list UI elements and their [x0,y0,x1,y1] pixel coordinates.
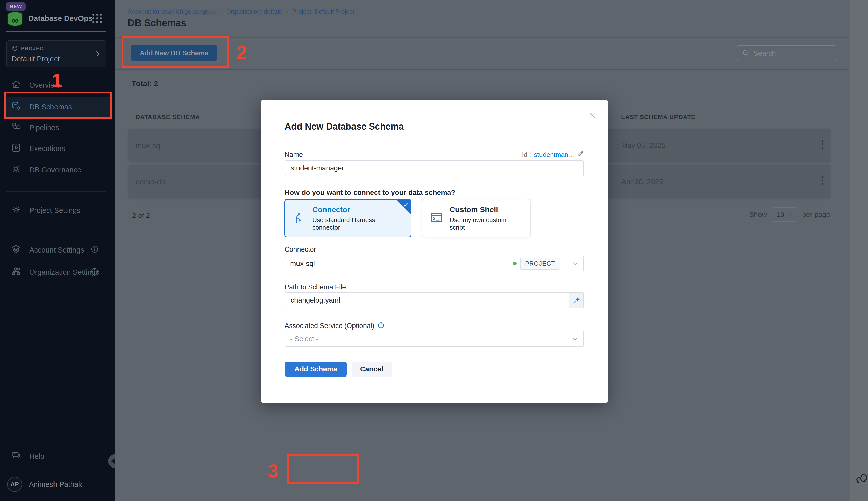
chevron-left-icon [111,459,114,463]
name-label: Name [285,151,303,159]
search-input[interactable] [754,49,824,57]
cancel-button[interactable]: Cancel [352,362,392,377]
info-icon [90,245,99,255]
sidebar-item-label: DB Governance [29,166,81,174]
sidebar-divider [6,438,107,438]
annotation-number-3: 3 [268,460,278,482]
layers-icon [11,244,21,256]
annotation-number-2: 2 [237,42,247,63]
app-root: NEW ∞ Database DevOps PROJECT Default Pr… [0,0,868,501]
pin-icon[interactable] [569,293,583,308]
page-size-control: Show 10 per page [741,207,830,222]
project-selector[interactable]: PROJECT Default Project [6,40,107,67]
chevron-down-icon [572,260,578,267]
avatar: AP [7,477,22,492]
name-input[interactable] [285,160,584,176]
schema-name[interactable]: demo-db [135,178,165,186]
scope-badge: PROJECT [520,258,560,270]
settings-gear-icon [11,204,21,216]
show-label: Show [749,211,767,219]
sidebar-item-organization-settings[interactable]: Organization Settings [0,262,115,282]
sidebar-divider [6,191,107,192]
info-icon [90,267,99,278]
page-title: DB Schemas [128,18,186,29]
toolbar-divider [115,70,848,70]
add-schema-button[interactable]: Add Schema [285,362,347,377]
close-icon[interactable] [588,111,597,121]
sidebar-item-project-settings[interactable]: Project Settings [0,200,115,221]
option-desc: Use my own custom script [450,216,523,231]
new-badge: NEW [6,2,26,11]
pipelines-icon [11,122,21,134]
schema-name[interactable]: mux-sql [135,141,162,150]
org-chart-icon [11,266,21,278]
svg-text:∞: ∞ [12,15,19,26]
connect-question: How do you want to connect to your data … [285,189,455,197]
chevron-down-icon [572,335,578,342]
terminal-icon [430,211,443,225]
page-size-value: 10 [777,211,784,219]
support-chat-icon[interactable] [856,473,868,485]
governance-gear-icon [11,164,21,176]
breadcrumb-project-link[interactable]: Project: Default Project [292,8,354,15]
sidebar-item-label: Executions [29,145,65,153]
service-select[interactable]: - Select - [285,331,584,347]
chevron-down-icon [787,212,792,217]
breadcrumb-account-link[interactable]: Account: kurosakiichigo.songoku [128,8,216,15]
search-icon [742,49,749,57]
sidebar-item-help[interactable]: ? Help [0,446,115,466]
status-dot [513,262,517,265]
sidebar-item-label: Help [29,452,44,461]
user-menu[interactable]: AP Animesh Pathak [0,474,115,494]
service-placeholder: - Select - [290,335,318,343]
annotation-box-step3 [287,454,359,484]
sidebar-item-label: Account Settings [29,246,84,254]
option-title: Custom Shell [450,205,523,214]
path-label: Path to Schema File [285,283,346,291]
page-size-select[interactable]: 10 [772,207,797,222]
path-input[interactable] [285,293,569,308]
row-menu-icon[interactable] [817,140,827,151]
per-page-label: per page [802,211,830,219]
id-value-link[interactable]: studentman... [534,151,574,159]
executions-icon [11,143,21,154]
sidebar-item-pipelines[interactable]: Pipelines [0,117,115,138]
cube-icon [12,45,18,53]
breadcrumb-separator: › [220,8,222,15]
annotation-box-step2 [122,36,229,68]
schema-updated-date: Apr 30, 2025 [621,178,663,186]
id-prefix: Id : [522,151,531,159]
sidebar-item-label: Organization Settings [29,268,99,277]
project-label: PROJECT [21,46,47,52]
option-title: Connector [312,205,403,214]
total-count: Total: 2 [132,79,158,88]
connector-value: mux-sql [290,259,513,268]
connector-select[interactable]: mux-sql PROJECT [285,256,584,271]
breadcrumb: Account: kurosakiichigo.songoku › Organi… [128,8,354,15]
edit-pencil-icon[interactable] [577,150,584,159]
annotation-box-step1 [4,92,112,119]
connector-label: Connector [285,246,316,254]
search-box[interactable] [737,45,836,61]
option-desc: Use standard Harness connector [312,216,403,231]
sidebar-item-executions[interactable]: Executions [0,138,115,159]
breadcrumb-separator: › [286,8,288,15]
modal-title: Add New Database Schema [285,121,404,132]
breadcrumb-org-link[interactable]: Organization: default [226,8,282,15]
home-icon [11,79,21,91]
column-header-last-schema-update: LAST SCHEMA UPDATE [621,114,695,121]
sidebar-item-db-governance[interactable]: DB Governance [0,160,115,180]
option-card-connector[interactable]: Connector Use standard Harness connector… [284,199,411,237]
module-grid-icon[interactable] [92,14,102,23]
app-title: Database DevOps [28,14,92,23]
brand-divider [6,31,107,32]
service-label: Associated Service (Optional) [285,322,374,330]
sidebar-item-account-settings[interactable]: Account Settings [0,240,115,260]
path-field [285,292,584,308]
column-header-database-schema: DATABASE SCHEMA [135,114,200,121]
connector-branch-icon [293,211,306,225]
resource-center-rail [850,0,868,501]
sidebar-item-label: Project Settings [29,206,80,215]
row-menu-icon[interactable] [817,176,827,187]
option-card-custom-shell[interactable]: Custom Shell Use my own custom script [422,199,531,237]
